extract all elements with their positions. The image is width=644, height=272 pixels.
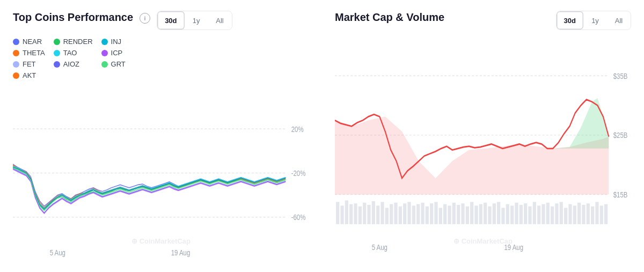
svg-rect-41 <box>457 205 460 224</box>
svg-rect-68 <box>577 203 581 224</box>
svg-rect-34 <box>426 207 429 224</box>
tab-1y-left[interactable]: 1y <box>185 11 208 30</box>
chart-legend: NEAR RENDER INJ THETA TAO ICP FET AIOZ <box>13 38 126 79</box>
svg-text:-20%: -20% <box>291 168 306 178</box>
svg-rect-35 <box>430 203 433 224</box>
svg-rect-29 <box>403 203 406 224</box>
svg-rect-43 <box>466 207 469 224</box>
svg-rect-58 <box>533 202 536 224</box>
svg-rect-32 <box>416 204 420 224</box>
right-chart: $35B $25B $15B <box>335 46 631 261</box>
svg-rect-49 <box>493 203 496 224</box>
svg-rect-74 <box>604 204 608 224</box>
svg-text:5 Aug: 5 Aug <box>372 243 387 252</box>
svg-rect-30 <box>407 202 411 224</box>
info-icon[interactable]: i <box>140 13 150 24</box>
svg-rect-36 <box>434 202 437 224</box>
svg-text:$15B: $15B <box>613 190 628 200</box>
svg-rect-59 <box>537 205 540 224</box>
svg-rect-33 <box>421 203 424 224</box>
svg-rect-65 <box>564 208 567 224</box>
svg-rect-23 <box>376 205 379 224</box>
svg-rect-38 <box>443 204 447 224</box>
svg-rect-69 <box>582 205 585 224</box>
svg-rect-46 <box>479 204 482 224</box>
legend-aioz: AIOZ <box>54 60 93 68</box>
legend-dot-aioz <box>54 61 60 68</box>
legend-dot-near <box>13 39 19 45</box>
svg-rect-47 <box>484 203 487 224</box>
svg-rect-17 <box>349 204 353 224</box>
legend-inj: INJ <box>101 38 126 46</box>
svg-rect-54 <box>515 203 518 224</box>
legend-dot-fet <box>13 61 19 68</box>
svg-rect-14 <box>336 202 339 224</box>
legend-label-aioz: AIOZ <box>63 60 79 68</box>
legend-tao: TAO <box>54 49 93 57</box>
svg-rect-51 <box>501 208 504 224</box>
svg-rect-52 <box>506 204 509 224</box>
legend-label-akt: AKT <box>23 71 36 79</box>
left-time-tabs: 30d 1y All <box>157 11 232 30</box>
svg-rect-44 <box>470 202 473 224</box>
left-panel: Top Coins Performance i 30d 1y All NEAR … <box>0 0 322 272</box>
legend-icp: ICP <box>101 49 126 57</box>
legend-dot-render <box>54 39 60 45</box>
svg-rect-16 <box>345 201 348 224</box>
svg-rect-73 <box>600 205 603 224</box>
svg-rect-15 <box>340 205 343 224</box>
legend-label-theta: THETA <box>23 49 45 57</box>
legend-render: RENDER <box>54 38 93 46</box>
svg-rect-66 <box>568 204 572 224</box>
legend-dot-theta <box>13 50 19 56</box>
legend-label-render: RENDER <box>63 38 93 46</box>
svg-text:20%: 20% <box>291 124 304 134</box>
tab-30d-left[interactable]: 30d <box>157 11 184 30</box>
right-time-tabs: 30d 1y All <box>556 11 631 30</box>
tab-30d-right[interactable]: 30d <box>557 11 583 30</box>
legend-dot-inj <box>101 39 108 45</box>
legend-label-tao: TAO <box>63 49 77 57</box>
legend-label-inj: INJ <box>111 38 122 46</box>
right-panel-title: Market Cap & Volume <box>335 11 444 24</box>
left-watermark: ⊕ CoinMarketCap <box>131 237 191 245</box>
svg-text:$35B: $35B <box>613 71 628 80</box>
legend-theta: THETA <box>13 49 45 57</box>
svg-rect-19 <box>358 207 362 224</box>
legend-dot-tao <box>54 50 60 56</box>
legend-akt: AKT <box>13 71 45 79</box>
svg-rect-67 <box>573 205 576 224</box>
svg-rect-72 <box>595 202 598 224</box>
tab-all-right[interactable]: All <box>607 11 631 30</box>
svg-rect-28 <box>399 207 402 224</box>
svg-rect-24 <box>380 202 384 224</box>
svg-rect-37 <box>439 208 442 224</box>
tab-1y-right[interactable]: 1y <box>583 11 607 30</box>
svg-rect-22 <box>372 201 375 224</box>
svg-rect-64 <box>560 202 563 224</box>
svg-rect-39 <box>448 205 451 224</box>
svg-rect-31 <box>412 205 415 224</box>
svg-rect-40 <box>452 203 456 224</box>
svg-rect-21 <box>367 205 370 224</box>
right-watermark: ⊕ CoinMarketCap <box>453 237 513 245</box>
legend-dot-grt <box>101 61 108 68</box>
svg-rect-57 <box>528 207 531 224</box>
svg-text:-60%: -60% <box>291 213 306 222</box>
svg-rect-18 <box>354 203 357 224</box>
legend-fet: FET <box>13 60 45 68</box>
left-panel-title: Top Coins Performance <box>13 11 133 24</box>
legend-label-grt: GRT <box>111 60 126 68</box>
svg-rect-53 <box>510 205 514 224</box>
tab-all-left[interactable]: All <box>208 11 232 30</box>
svg-rect-48 <box>488 207 491 224</box>
svg-rect-61 <box>546 203 550 224</box>
svg-rect-55 <box>519 205 523 224</box>
right-panel: Market Cap & Volume 30d 1y All $35B $25B… <box>322 0 644 272</box>
legend-dot-icp <box>101 50 108 56</box>
legend-label-fet: FET <box>23 60 36 68</box>
svg-rect-62 <box>551 207 554 224</box>
legend-label-near: NEAR <box>23 38 42 46</box>
svg-rect-25 <box>385 208 389 224</box>
svg-rect-63 <box>555 203 558 224</box>
